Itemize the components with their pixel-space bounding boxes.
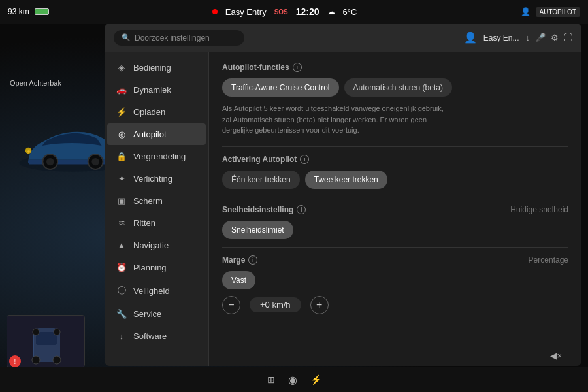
svg-point-10 [32,356,40,364]
marge-title: Marge i [222,255,257,265]
activering-info[interactable]: i [300,155,309,164]
status-right: 👤 AUTOPILOT [521,7,581,17]
service-label: Service [133,309,161,319]
traffic-aware-btn[interactable]: Traffic-Aware Cruise Control [222,78,339,97]
marge-info[interactable]: i [248,255,257,265]
snelheid-buttons: Snelheidslimiet [222,221,568,239]
autopilot-status: AUTOPILOT [536,7,581,17]
planning-icon: ⏰ [116,263,127,272]
top-bar: 👤 Easy En... ↓ 🎤 ⚙ ⛶ [464,31,572,44]
ritten-label: Ritten [133,218,155,228]
snelheid-info[interactable]: i [297,205,306,214]
person-icon: 👤 [464,31,477,44]
svg-point-4 [91,157,99,165]
svg-rect-9 [36,332,57,345]
search-box[interactable]: 🔍 Doorzoek instellingen [114,30,244,46]
sidebar-item-navigatie[interactable]: ▲ Navigatie [107,235,206,256]
ritten-icon: ≋ [116,218,127,228]
download-icon[interactable]: ↓ [526,33,531,42]
charging-badge: ! [9,355,21,367]
veiligheid-label: Veiligheid [133,286,170,296]
autopilot-functies-title: Autopilot-functies i [222,63,568,72]
sidebar-item-veiligheid[interactable]: ⓘ Veiligheid [107,279,206,302]
marge-buttons: Vast [222,271,568,289]
sidebar-item-ritten[interactable]: ≋ Ritten [107,212,206,234]
status-bar: 93 km Easy Entry SOS 12:20 ☁ 6°C 👤 AUTOP… [0,0,588,24]
sidebar-item-verlichting[interactable]: ✦ Verlichting [107,168,206,189]
percentage-label: Percentage [529,255,568,265]
autopilot-functies-info[interactable]: i [293,63,302,72]
vergrendeling-icon: 🔒 [116,152,127,161]
sidebar-item-dynamiek[interactable]: 🚗 Dynamiek [107,79,206,101]
taskbar-icon-bolt[interactable]: ⚡ [310,374,321,385]
opladen-icon: ⚡ [116,107,127,117]
service-icon: 🔧 [116,309,127,319]
open-achterbak-label: Open Achterbak [10,78,61,88]
easy-entry-label: Easy En... [483,33,519,42]
battery-icon [35,8,49,15]
tesla-screen: 🔍 Doorzoek instellingen 👤 Easy En... ↓ 🎤… [105,24,581,366]
battery-km: 93 km [8,7,29,16]
opladen-label: Opladen [133,107,165,117]
bediening-icon: ◈ [116,63,127,73]
sidebar-item-bediening[interactable]: ◈ Bediening [107,57,206,78]
temperature: 6°C [343,7,357,17]
sidebar-item-scherm[interactable]: ▣ Scherm [107,190,206,212]
software-icon: ↓ [116,331,127,341]
sidebar-item-service[interactable]: 🔧 Service [107,303,206,325]
autopilot-functies-buttons: Traffic-Aware Cruise Control Automatisch… [222,78,568,97]
scherm-icon: ▣ [116,196,127,206]
sidebar-item-planning[interactable]: ⏰ Planning [107,257,206,278]
divider-2 [222,197,568,197]
passenger-icon: 👤 [521,7,531,16]
taskbar-icon-target[interactable]: ◉ [288,374,297,386]
easy-entry-status: Easy Entry [225,7,267,17]
snelheidslimiet-btn[interactable]: Snelheidslimiet [222,221,293,239]
verlichting-icon: ✦ [116,174,127,184]
record-dot [212,9,218,14]
autopilot-warning-text: Als Autopilot 5 keer wordt uitgeschakeld… [222,103,444,136]
marge-row: Marge i Percentage [222,255,568,265]
time-display: 12:20 [296,7,319,17]
snelheid-row: Snelheidsinstelling i Huidige snelheid [222,205,568,214]
autopilot-icon: ◎ [116,129,127,139]
navigatie-icon: ▲ [116,240,127,250]
activering-buttons: Één keer trekken Twee keer trekken [222,171,568,189]
twee-keer-btn[interactable]: Twee keer trekken [305,171,387,189]
mute-indicator: ◀× [550,351,562,361]
taskbar-icon-grid[interactable]: ⊞ [267,374,275,385]
sidebar-item-vergrendeling[interactable]: 🔒 Vergrendeling [107,146,206,167]
bediening-label: Bediening [133,63,171,73]
settings-icon[interactable]: ⚙ [551,33,559,42]
snelheid-title: Snelheidsinstelling i [222,205,306,214]
sidebar-item-autopilot[interactable]: ◎ Autopilot [107,123,206,145]
software-label: Software [133,331,167,341]
verlichting-label: Verlichting [133,174,172,184]
autopilot-settings-panel: Autopilot-functies i Traffic-Aware Cruis… [209,52,581,366]
speed-control: − +0 km/h + [222,296,568,314]
sidebar: ◈ Bediening 🚗 Dynamiek ⚡ Opladen ◎ Autop… [105,52,209,366]
search-icon: 🔍 [122,33,131,42]
cloud-icon: ☁ [327,7,335,16]
sidebar-item-opladen[interactable]: ⚡ Opladen [107,101,206,123]
mic-icon[interactable]: 🎤 [535,33,546,42]
main-content: ◈ Bediening 🚗 Dynamiek ⚡ Opladen ◎ Autop… [105,52,581,366]
speed-plus-btn[interactable]: + [310,296,329,314]
automatisch-sturen-btn[interactable]: Automatisch sturen (beta) [344,78,452,97]
speed-value-display: +0 km/h [250,297,301,312]
svg-point-11 [53,356,61,364]
expand-icon[interactable]: ⛶ [564,33,572,42]
dynamiek-icon: 🚗 [116,85,127,95]
svg-text:⚡: ⚡ [26,148,32,154]
activering-title: Activering Autopilot i [222,155,568,164]
een-keer-btn[interactable]: Één keer trekken [222,171,300,189]
huidige-snelheid-label: Huidige snelheid [510,205,568,214]
svg-point-12 [33,329,39,335]
vast-btn[interactable]: Vast [222,271,255,289]
speed-minus-btn[interactable]: − [222,296,240,314]
top-bar-icons: ↓ 🎤 ⚙ ⛶ [526,33,573,42]
svg-point-2 [46,157,54,165]
svg-point-13 [54,329,60,335]
sidebar-item-software[interactable]: ↓ Software [107,325,206,347]
planning-label: Planning [133,263,167,272]
